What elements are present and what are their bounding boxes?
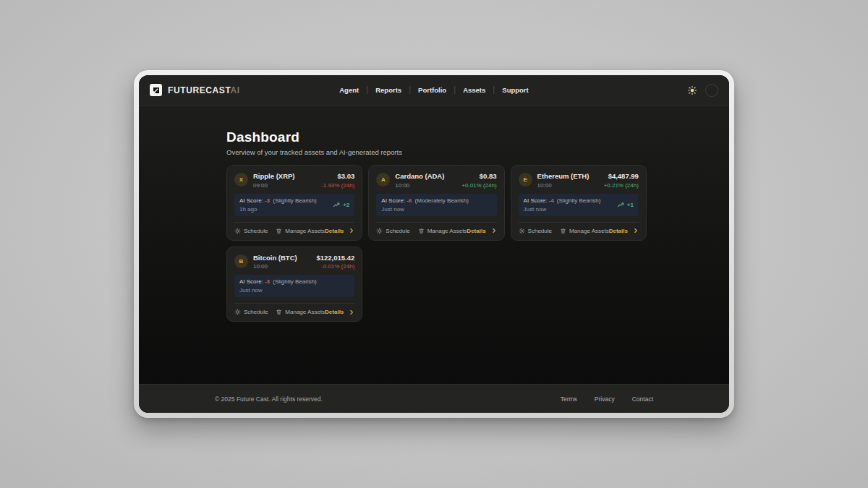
asset-card-ripple: X Ripple (XRP) 09:00 $3.03 -1.93% (24h) bbox=[226, 165, 362, 241]
gear-icon bbox=[234, 309, 241, 315]
brand-logo[interactable]: FUTURECASTAI bbox=[150, 84, 240, 96]
asset-initial-badge: A bbox=[376, 173, 390, 187]
details-button[interactable]: Details bbox=[467, 228, 496, 234]
top-bar: FUTURECASTAI Agent Reports Portfolio Ass… bbox=[139, 75, 729, 106]
ai-sentiment: (Slightly Bearish) bbox=[273, 278, 316, 285]
chevron-right-icon bbox=[491, 228, 497, 234]
trash-icon bbox=[276, 309, 282, 315]
asset-initial-badge: X bbox=[234, 173, 248, 187]
main-nav: Agent Reports Portfolio Assets Support bbox=[331, 83, 536, 97]
asset-cards-grid: X Ripple (XRP) 09:00 $3.03 -1.93% (24h) bbox=[226, 165, 642, 322]
footer-link-terms[interactable]: Terms bbox=[561, 395, 577, 403]
nav-item-agent[interactable]: Agent bbox=[331, 83, 367, 97]
footer-links: Terms Privacy Contact bbox=[561, 395, 653, 403]
asset-change: -1.93% (24h) bbox=[321, 182, 354, 189]
card-actions: Schedule Manage Assets Details bbox=[519, 222, 639, 234]
asset-price: $0.83 bbox=[461, 172, 496, 180]
trash-icon bbox=[276, 228, 282, 234]
score-trend: +2 bbox=[333, 201, 349, 209]
asset-time: 10:00 bbox=[253, 263, 297, 270]
asset-price: $122,015.42 bbox=[316, 254, 354, 262]
browser-frame: FUTURECASTAI Agent Reports Portfolio Ass… bbox=[134, 70, 734, 418]
asset-name: Cardano (ADA) bbox=[395, 172, 444, 180]
score-trend: +1 bbox=[617, 201, 634, 209]
ai-score-age: Just now bbox=[239, 287, 317, 294]
ai-score-row: AI Score:-3 (Slightly Bearish) 1h ago +2 bbox=[234, 194, 354, 216]
card-header: A Cardano (ADA) 10:00 $0.83 +0.01% (24h) bbox=[376, 172, 496, 189]
chevron-right-icon bbox=[349, 309, 354, 315]
asset-time: 09:00 bbox=[253, 182, 295, 189]
app-window: FUTURECASTAI Agent Reports Portfolio Ass… bbox=[139, 75, 729, 413]
trend-up-icon bbox=[617, 201, 625, 209]
brand-wordmark: FUTURECASTAI bbox=[168, 85, 240, 95]
trend-value: +1 bbox=[627, 202, 634, 208]
card-actions: Schedule Manage Assets Details bbox=[376, 222, 496, 234]
details-button[interactable]: Details bbox=[609, 228, 639, 234]
nav-item-support[interactable]: Support bbox=[494, 83, 536, 97]
gear-icon bbox=[519, 228, 525, 234]
asset-name: Ethereum (ETH) bbox=[537, 172, 590, 180]
nav-item-assets[interactable]: Assets bbox=[455, 83, 493, 97]
card-actions: Schedule Manage Assets Details bbox=[234, 222, 354, 234]
asset-card-bitcoin: B Bitcoin (BTC) 10:00 $122,015.42 -0.01%… bbox=[226, 247, 362, 322]
ai-sentiment: (Slightly Bearish) bbox=[557, 197, 600, 204]
page-subtitle: Overview of your tracked assets and AI-g… bbox=[226, 148, 642, 156]
top-bar-actions bbox=[687, 84, 718, 97]
card-header: E Ethereum (ETH) 10:00 $4,487.99 +0.21% … bbox=[519, 172, 639, 189]
footer-link-privacy[interactable]: Privacy bbox=[595, 395, 615, 403]
trend-up-icon bbox=[333, 201, 341, 209]
ai-score-row: AI Score:-3 (Slightly Bearish) Just now bbox=[234, 275, 354, 297]
chevron-right-icon bbox=[633, 228, 639, 234]
asset-name: Ripple (XRP) bbox=[253, 172, 295, 180]
ai-score-row: AI Score:-4 (Slightly Bearish) Just now … bbox=[519, 194, 639, 216]
ai-score-value: -4 bbox=[548, 197, 556, 204]
schedule-button[interactable]: Schedule bbox=[519, 228, 552, 234]
user-avatar[interactable] bbox=[705, 84, 718, 97]
ai-score-row: AI Score:-6 (Moderately Bearish) Just no… bbox=[376, 194, 496, 216]
sun-icon[interactable] bbox=[687, 85, 697, 95]
asset-time: 10:00 bbox=[537, 182, 590, 189]
ai-score-label: AI Score: bbox=[524, 197, 548, 204]
asset-price: $4,487.99 bbox=[604, 172, 639, 180]
ai-score-label: AI Score: bbox=[239, 278, 263, 285]
ai-sentiment: (Slightly Bearish) bbox=[273, 197, 316, 204]
page-title: Dashboard bbox=[226, 129, 642, 145]
asset-initial-badge: E bbox=[519, 173, 532, 187]
trend-value: +2 bbox=[343, 202, 349, 208]
copyright-text: © 2025 Future Cast. All rights reserved. bbox=[215, 395, 323, 403]
ai-score-age: 1h ago bbox=[239, 206, 317, 213]
manage-assets-button[interactable]: Manage Assets bbox=[418, 228, 467, 234]
manage-assets-button[interactable]: Manage Assets bbox=[276, 228, 325, 234]
gear-icon bbox=[376, 228, 383, 234]
ai-score-age: Just now bbox=[381, 206, 469, 213]
schedule-button[interactable]: Schedule bbox=[234, 228, 268, 234]
card-header: B Bitcoin (BTC) 10:00 $122,015.42 -0.01%… bbox=[234, 254, 354, 270]
asset-name: Bitcoin (BTC) bbox=[253, 254, 297, 262]
brand-suffix: AI bbox=[230, 85, 239, 95]
details-button[interactable]: Details bbox=[325, 228, 354, 234]
asset-time: 10:00 bbox=[395, 182, 444, 189]
brand-name: FUTURECAST bbox=[168, 85, 230, 95]
nav-item-reports[interactable]: Reports bbox=[367, 83, 409, 97]
trash-icon bbox=[560, 228, 566, 234]
asset-price: $3.03 bbox=[321, 172, 354, 180]
schedule-button[interactable]: Schedule bbox=[376, 228, 409, 234]
nav-item-portfolio[interactable]: Portfolio bbox=[410, 83, 454, 97]
asset-change: -0.01% (24h) bbox=[316, 263, 354, 270]
card-header: X Ripple (XRP) 09:00 $3.03 -1.93% (24h) bbox=[234, 172, 354, 189]
asset-card-cardano: A Cardano (ADA) 10:00 $0.83 +0.01% (24h) bbox=[368, 165, 504, 241]
schedule-button[interactable]: Schedule bbox=[234, 309, 268, 315]
manage-assets-button[interactable]: Manage Assets bbox=[276, 309, 325, 315]
chevron-right-icon bbox=[349, 228, 354, 234]
gear-icon bbox=[234, 228, 241, 234]
asset-initial-badge: B bbox=[234, 254, 248, 268]
card-actions: Schedule Manage Assets Details bbox=[234, 303, 354, 315]
footer: © 2025 Future Cast. All rights reserved.… bbox=[139, 384, 729, 413]
ai-sentiment: (Moderately Bearish) bbox=[415, 197, 469, 204]
manage-assets-button[interactable]: Manage Assets bbox=[560, 228, 609, 234]
pen-square-icon bbox=[150, 84, 162, 96]
footer-link-contact[interactable]: Contact bbox=[632, 395, 653, 403]
ai-score-label: AI Score: bbox=[239, 197, 263, 204]
asset-change: +0.21% (24h) bbox=[604, 182, 639, 189]
details-button[interactable]: Details bbox=[325, 309, 354, 315]
